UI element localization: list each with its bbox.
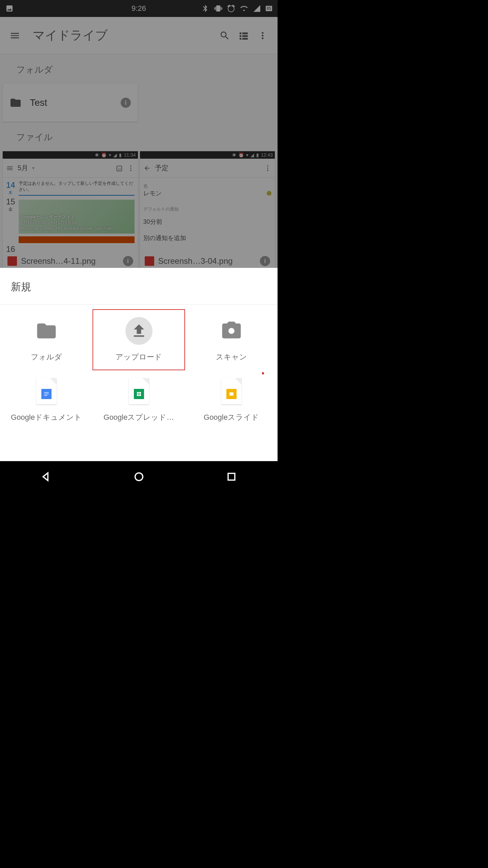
screen: 9:26 65 マイドライブ フォルダ Test i <box>0 0 278 461</box>
recent-icon <box>226 471 237 482</box>
navigation-bar <box>0 461 278 494</box>
new-sheets-button[interactable]: Googleスプレッド… <box>93 370 185 430</box>
item-label: スキャン <box>216 352 247 362</box>
camera-icon <box>218 320 245 342</box>
new-folder-button[interactable]: フォルダ <box>0 309 93 370</box>
folder-icon <box>33 320 60 342</box>
item-label: Googleスライド <box>204 412 259 422</box>
scan-button[interactable]: スキャン <box>185 309 278 370</box>
svg-rect-10 <box>228 473 235 480</box>
svg-rect-8 <box>229 392 233 395</box>
item-label: Googleスプレッド… <box>104 412 174 422</box>
upload-icon <box>130 322 148 340</box>
nav-recent-button[interactable] <box>226 471 237 484</box>
upload-button[interactable]: アップロード <box>93 309 185 370</box>
item-label: Googleドキュメント <box>11 412 82 422</box>
svg-point-9 <box>135 473 143 481</box>
nav-home-button[interactable] <box>133 471 145 484</box>
back-icon <box>41 471 52 482</box>
home-icon <box>133 471 145 482</box>
nav-back-button[interactable] <box>41 471 52 484</box>
new-docs-button[interactable]: Googleドキュメント <box>0 370 93 430</box>
sheet-title: 新規 <box>0 276 278 304</box>
new-slides-button[interactable]: Googleスライド <box>185 370 278 430</box>
item-label: フォルダ <box>31 352 62 362</box>
badge-dot <box>262 372 264 374</box>
item-label: アップロード <box>116 352 162 362</box>
bottom-sheet-new: 新規 フォルダ アップロード スキャン Googleドキュメント Googleス… <box>0 268 278 461</box>
